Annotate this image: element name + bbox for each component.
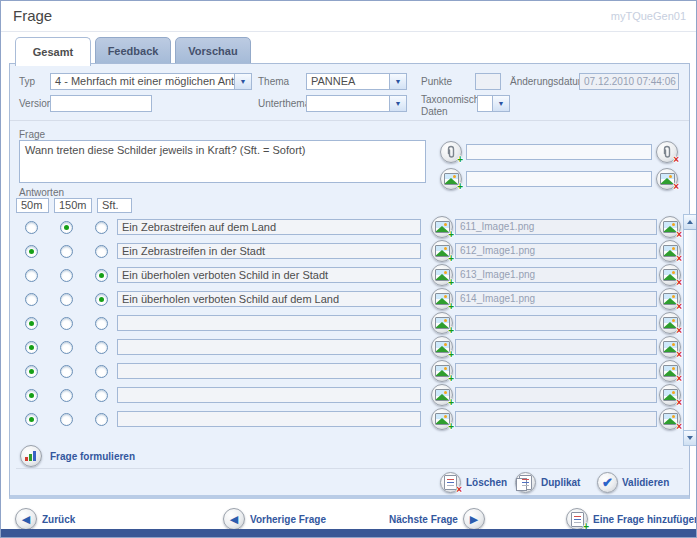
- add-attachment-button[interactable]: +: [440, 141, 462, 163]
- radio-150m[interactable]: [60, 293, 73, 306]
- answer-text-field[interactable]: Ein überholen verboten Schild in der Sta…: [117, 267, 421, 283]
- tab-gesamt[interactable]: Gesamt: [15, 37, 91, 66]
- radio-50m[interactable]: [25, 293, 38, 306]
- duplikat-button[interactable]: [515, 472, 536, 493]
- add-answer-image-button[interactable]: +: [431, 312, 453, 334]
- scroll-down-icon[interactable]: [684, 430, 696, 445]
- radio-sft[interactable]: [95, 341, 108, 354]
- answer-text-field[interactable]: [117, 339, 421, 355]
- actions-separator: [16, 468, 683, 469]
- frage-formulieren-label[interactable]: Frage formulieren: [50, 451, 135, 462]
- thema-label: Thema: [258, 76, 289, 87]
- tab-gesamt-label: Gesamt: [33, 46, 73, 58]
- add-question-image-button[interactable]: +: [440, 168, 462, 190]
- answer-image-name-field: 613_Image1.png: [455, 267, 657, 283]
- radio-sft[interactable]: [95, 221, 108, 234]
- frage-hinzufuegen-label[interactable]: Eine Frage hinzufügen: [593, 514, 697, 525]
- tab-vorschau[interactable]: Vorschau: [175, 37, 251, 65]
- radio-150m[interactable]: [60, 245, 73, 258]
- radio-sft[interactable]: [95, 317, 108, 330]
- radio-50m[interactable]: [25, 269, 38, 282]
- column-header-field-sft[interactable]: Sft.: [97, 198, 132, 213]
- remove-answer-image-button[interactable]: ×: [659, 264, 681, 286]
- tab-feedback[interactable]: Feedback: [95, 37, 171, 65]
- remove-answer-image-button[interactable]: ×: [659, 408, 681, 430]
- loeschen-label[interactable]: Löschen: [466, 477, 507, 488]
- radio-sft[interactable]: [95, 365, 108, 378]
- radio-150m[interactable]: [60, 341, 73, 354]
- vorherige-frage-label[interactable]: Vorherige Frage: [250, 514, 326, 525]
- answer-text-field[interactable]: Ein überholen verboten Schild auf dem La…: [117, 291, 421, 307]
- thema-select[interactable]: PANNEA: [306, 73, 407, 90]
- vorherige-frage-button[interactable]: ◀: [223, 508, 245, 530]
- remove-answer-image-button[interactable]: ×: [659, 384, 681, 406]
- remove-answer-image-button[interactable]: ×: [659, 312, 681, 334]
- taxonomische-select[interactable]: [477, 95, 510, 112]
- answer-text-field[interactable]: [117, 387, 421, 403]
- remove-answer-image-button[interactable]: ×: [659, 216, 681, 238]
- radio-50m[interactable]: [25, 413, 38, 426]
- remove-answer-image-button[interactable]: ×: [659, 360, 681, 382]
- punkte-field[interactable]: [475, 73, 501, 90]
- add-answer-image-button[interactable]: +: [431, 384, 453, 406]
- remove-question-image-button[interactable]: ×: [656, 168, 678, 190]
- answer-image-name-field: [455, 339, 657, 355]
- unterthema-select[interactable]: [306, 95, 407, 112]
- remove-answer-image-button[interactable]: ×: [659, 240, 681, 262]
- scroll-up-icon[interactable]: [684, 215, 696, 230]
- answer-text-field[interactable]: [117, 315, 421, 331]
- validieren-button[interactable]: ✔: [597, 472, 618, 493]
- radio-150m[interactable]: [60, 365, 73, 378]
- question-image-field[interactable]: [466, 171, 652, 187]
- radio-50m[interactable]: [25, 389, 38, 402]
- version-field[interactable]: [50, 95, 152, 112]
- answers-scrollbar[interactable]: [683, 214, 697, 446]
- duplikat-label[interactable]: Duplikat: [541, 477, 580, 488]
- radio-150m[interactable]: [60, 389, 73, 402]
- add-answer-image-button[interactable]: +: [431, 240, 453, 262]
- radio-50m[interactable]: [25, 245, 38, 258]
- add-answer-image-button[interactable]: +: [431, 264, 453, 286]
- answer-text-field[interactable]: [117, 363, 421, 379]
- radio-150m[interactable]: [60, 221, 73, 234]
- column-header-field-50m[interactable]: 50m: [16, 198, 49, 213]
- frage-hinzufuegen-button[interactable]: +: [566, 508, 588, 530]
- add-answer-image-button[interactable]: +: [431, 216, 453, 238]
- radio-sft[interactable]: [95, 245, 108, 258]
- radio-50m[interactable]: [25, 317, 38, 330]
- attachment-name-field[interactable]: [466, 144, 652, 160]
- answer-row: Ein Zebrastreifen auf dem Land + 611_Ima…: [10, 216, 691, 240]
- answer-text-field[interactable]: Ein Zebrastreifen in der Stadt: [117, 243, 421, 259]
- zurueck-button[interactable]: ◀: [15, 508, 37, 530]
- answer-text-field[interactable]: Ein Zebrastreifen auf dem Land: [117, 219, 421, 235]
- remove-answer-image-button[interactable]: ×: [659, 336, 681, 358]
- column-header-field-150m[interactable]: 150m: [54, 198, 92, 213]
- radio-150m[interactable]: [60, 269, 73, 282]
- add-answer-image-button[interactable]: +: [431, 288, 453, 310]
- radio-150m[interactable]: [60, 317, 73, 330]
- radio-150m[interactable]: [60, 413, 73, 426]
- radio-sft[interactable]: [95, 293, 108, 306]
- frage-textarea[interactable]: Wann treten diese Schilder jeweils in Kr…: [19, 140, 426, 183]
- add-answer-image-button[interactable]: +: [431, 360, 453, 382]
- radio-sft[interactable]: [95, 413, 108, 426]
- radio-sft[interactable]: [95, 389, 108, 402]
- frage-formulieren-button[interactable]: [20, 445, 42, 467]
- typ-select[interactable]: 4 - Mehrfach mit einer möglichen Antwort…: [50, 73, 252, 90]
- naechste-frage-button[interactable]: ▶: [463, 508, 485, 530]
- arrow-right-icon: ▶: [470, 514, 478, 525]
- naechste-frage-label[interactable]: Nächste Frage: [389, 514, 458, 525]
- radio-50m[interactable]: [25, 365, 38, 378]
- remove-answer-image-button[interactable]: ×: [659, 288, 681, 310]
- loeschen-button[interactable]: ×: [440, 472, 461, 493]
- add-answer-image-button[interactable]: +: [431, 336, 453, 358]
- radio-50m[interactable]: [25, 221, 38, 234]
- remove-attachment-button[interactable]: ×: [656, 141, 678, 163]
- radio-sft[interactable]: [95, 269, 108, 282]
- validieren-label[interactable]: Validieren: [622, 477, 669, 488]
- scrollbar-thumb[interactable]: [684, 229, 696, 433]
- add-answer-image-button[interactable]: +: [431, 408, 453, 430]
- answer-text-field[interactable]: [117, 411, 421, 427]
- zurueck-label[interactable]: Zurück: [42, 514, 75, 525]
- radio-50m[interactable]: [25, 341, 38, 354]
